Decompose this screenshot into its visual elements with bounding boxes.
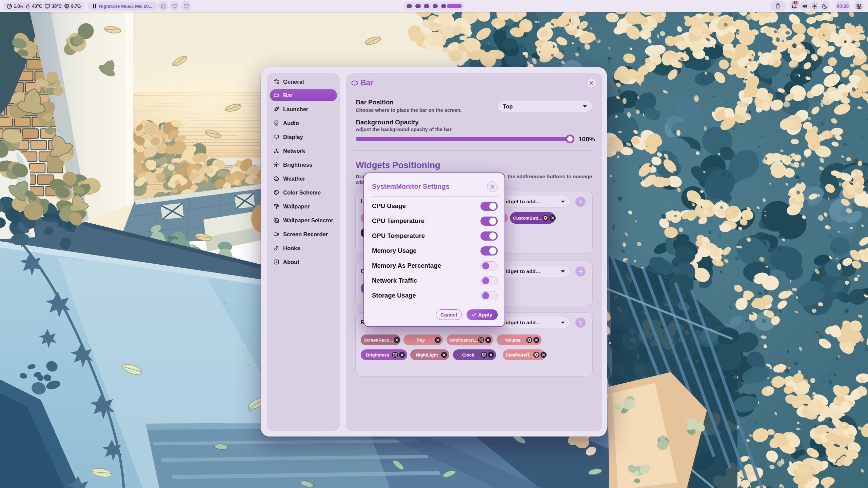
svg-text:C: C [776, 4, 780, 9]
